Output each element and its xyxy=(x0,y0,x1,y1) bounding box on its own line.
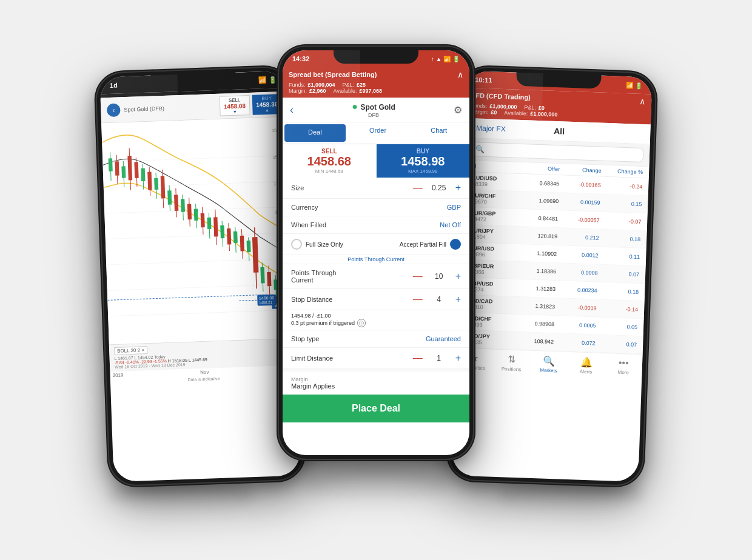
th-change-pct: Change % xyxy=(601,168,643,175)
settings-gear-icon[interactable]: ⚙ xyxy=(454,104,462,116)
instrument-header: ‹ ● Spot Gold DFB ⚙ xyxy=(283,98,469,122)
stop-stepper: — 4 + xyxy=(413,294,461,305)
markets-screen: 10:11 📶 🔋 CFD (CFD Trading) ∧ Funds: £1,… xyxy=(451,71,652,482)
instrument-back[interactable]: ‹ xyxy=(290,104,294,116)
funds-label: Funds: xyxy=(289,82,306,88)
instrument-dot: ● xyxy=(352,101,358,112)
tab-order[interactable]: Order xyxy=(347,122,409,144)
trade-status-time: 14:32 xyxy=(292,55,309,62)
market-bid-sub: 0.68339 xyxy=(468,181,518,188)
info-icon[interactable]: ⓘ xyxy=(357,319,366,327)
partial-fill-radio[interactable] xyxy=(450,239,461,250)
trade-phone: 14:32 ↑ ▲ 📶 🔋 Spread bet (Spread Betting… xyxy=(279,47,473,459)
market-offer: 1.31283 xyxy=(514,285,556,292)
available-label: Available: xyxy=(334,88,357,94)
nav-label-more: More xyxy=(617,370,629,376)
trade-available: Available: £997,068 xyxy=(334,88,382,94)
buy-side[interactable]: BUY 1458.98 MAX 1468.98 xyxy=(377,144,470,178)
major-fx-nav[interactable]: ‹ Major FX xyxy=(471,123,506,134)
market-change: 0.0008 xyxy=(556,268,598,276)
market-offer: 0.98908 xyxy=(512,320,554,327)
svg-rect-52 xyxy=(252,237,259,273)
limit-increase-btn[interactable]: + xyxy=(455,353,461,364)
market-change-pct: -0.24 xyxy=(601,182,643,190)
chart-sell-price: 1458.08 xyxy=(224,102,246,110)
markets-title: CFD (CFD Trading) xyxy=(471,92,531,101)
points-decrease-btn[interactable]: — xyxy=(413,271,423,282)
chart-phone-wrapper: 1d 📶 🔋 ‹ Spot Gold (DFB) SELL xyxy=(85,47,279,513)
chart-sell-box[interactable]: SELL 1458.08 ▼ xyxy=(219,95,250,116)
nav-item-positions[interactable]: ⇅ Positions xyxy=(492,353,531,373)
tab-chart[interactable]: Chart xyxy=(408,122,469,144)
market-change: 0.00159 xyxy=(559,198,600,205)
sell-side[interactable]: SELL 1458.68 MIN 1448.68 xyxy=(283,144,377,178)
markets-phone: 10:11 📶 🔋 CFD (CFD Trading) ∧ Funds: £1,… xyxy=(448,67,656,486)
when-filled-value: Net Off xyxy=(440,221,461,228)
svg-rect-58 xyxy=(274,279,278,290)
chart-status-time: 1d xyxy=(110,82,118,89)
sell-price: 1458.68 xyxy=(286,155,372,168)
place-deal-button[interactable]: Place Deal xyxy=(283,395,469,422)
nav-item-alerts[interactable]: 🔔 Alerts xyxy=(567,356,605,375)
market-instrument: ● AUD/USD 0.68339 xyxy=(468,175,518,188)
close-icon[interactable]: ∧ xyxy=(457,70,463,79)
partial-fill-toggle: Accept Partial Fill xyxy=(400,239,461,250)
market-change-pct: 0.07 xyxy=(595,341,637,348)
chart-buy-box[interactable]: BUY 1458.38 ▲ xyxy=(252,94,281,115)
stop-type-row: Stop type Guaranteed xyxy=(283,330,469,348)
market-change: -0.00057 xyxy=(558,216,600,223)
m-margin-value: £0 xyxy=(491,109,497,115)
market-change-pct: 0.18 xyxy=(597,288,639,295)
svg-rect-16 xyxy=(134,162,138,178)
svg-rect-48 xyxy=(240,236,244,252)
nav-item-markets[interactable]: 🔍 Markets xyxy=(530,355,568,374)
market-change-pct: 0.07 xyxy=(597,270,639,278)
trade-funds-row: Funds: £1,000,004 P&L: £25 xyxy=(289,82,463,88)
svg-rect-10 xyxy=(115,161,119,176)
m-pl-value: £0 xyxy=(539,105,545,111)
nav-label-alerts: Alerts xyxy=(580,369,593,375)
points-label: Points ThroughCurrent xyxy=(291,269,336,284)
market-offer: 0.68345 xyxy=(518,179,560,187)
size-increase-btn[interactable]: + xyxy=(455,182,461,193)
full-size-radio[interactable] xyxy=(291,239,302,250)
market-offer: 1.09690 xyxy=(517,197,559,204)
pl-value: £25 xyxy=(357,82,366,88)
all-label: All xyxy=(554,126,565,136)
th-change: Change xyxy=(560,166,602,173)
form-section: Size — 0.25 + Currency GBP W xyxy=(283,178,469,395)
funds-value: £1,000,004 xyxy=(308,82,335,88)
points-stepper: — 10 + xyxy=(413,271,461,282)
back-circle-btn[interactable]: ‹ xyxy=(107,103,121,117)
stop-decrease-btn[interactable]: — xyxy=(413,294,423,305)
size-decrease-btn[interactable]: — xyxy=(413,182,423,193)
svg-rect-38 xyxy=(207,218,211,229)
major-fx-label: Major FX xyxy=(476,124,506,133)
stop-info: 1454.98 / -£1.00 0.3 pt premium if trigg… xyxy=(283,310,469,330)
margin-section: Margin Margin Applies xyxy=(283,372,469,395)
nav-item-more[interactable]: ••• More xyxy=(605,357,643,376)
svg-rect-44 xyxy=(227,228,231,245)
tab-deal[interactable]: Deal xyxy=(284,124,346,142)
markets-phone-wrapper: 10:11 📶 🔋 CFD (CFD Trading) ∧ Funds: £1,… xyxy=(473,47,667,513)
stop-increase-btn[interactable]: + xyxy=(455,294,461,305)
nav-icon-more: ••• xyxy=(619,358,629,369)
m-available: Available: £1,000,000 xyxy=(504,110,557,118)
market-bid-sub: 120.804 xyxy=(466,233,516,241)
market-instrument: ● EUR/GBP 0.84472 xyxy=(466,210,517,224)
trade-phone-reflection xyxy=(303,465,449,501)
svg-rect-18 xyxy=(141,168,145,181)
chart-sell-buy: SELL 1458.08 ▼ BUY 1458.38 ▲ xyxy=(219,94,281,116)
chart-header-left: ‹ Spot Gold (DFB) xyxy=(107,101,164,116)
svg-rect-40 xyxy=(213,217,218,236)
markets-close-icon[interactable]: ∧ xyxy=(639,96,646,106)
limit-decrease-btn[interactable]: — xyxy=(413,353,423,364)
points-value: 10 xyxy=(430,272,448,281)
chart-phone: 1d 📶 🔋 ‹ Spot Gold (DFB) SELL xyxy=(96,67,304,486)
search-box[interactable]: 🔍 xyxy=(469,142,644,162)
points-increase-btn[interactable]: + xyxy=(455,271,461,282)
limit-stepper: — 1 + xyxy=(413,353,461,364)
margin-value: £2,960 xyxy=(309,88,326,94)
available-value: £997,068 xyxy=(359,88,382,94)
instrument-name: ● Spot Gold DFB xyxy=(352,101,395,118)
